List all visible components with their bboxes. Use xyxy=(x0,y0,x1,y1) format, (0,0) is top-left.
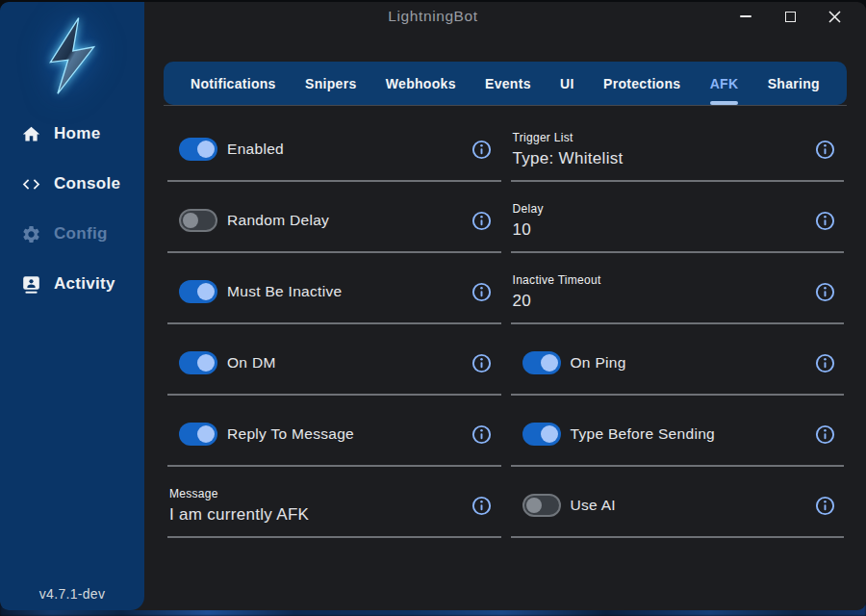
on-dm-toggle[interactable] xyxy=(179,351,217,374)
field-label: Message xyxy=(169,487,309,500)
info-icon xyxy=(471,139,493,161)
info-button[interactable] xyxy=(813,209,836,232)
tab-label: Events xyxy=(485,76,531,91)
info-button[interactable] xyxy=(813,423,836,446)
must-be-inactive-toggle[interactable] xyxy=(179,280,217,303)
setting-row-on-ping: On Ping xyxy=(511,324,845,396)
settings-grid: Enabled Trigger List Type: Whitelist Ran… xyxy=(167,111,844,538)
setting-label: Use AI xyxy=(571,497,616,514)
enabled-toggle[interactable] xyxy=(179,138,217,161)
toggle-knob xyxy=(541,425,558,443)
contact-card-icon xyxy=(21,274,41,295)
minimize-icon xyxy=(740,15,751,17)
message-input[interactable]: I am currently AFK xyxy=(169,505,309,525)
sidebar-item-label: Console xyxy=(54,174,120,193)
setting-label: Reply To Message xyxy=(227,425,354,443)
close-button[interactable] xyxy=(812,2,856,31)
info-icon xyxy=(814,495,836,517)
setting-row-delay: Delay 10 xyxy=(511,182,845,253)
setting-row-reply-to-message: Reply To Message xyxy=(167,396,501,467)
info-button[interactable] xyxy=(813,138,836,161)
tab-label: AFK xyxy=(710,76,739,91)
sidebar-item-label: Home xyxy=(54,124,100,143)
info-button[interactable] xyxy=(813,351,836,374)
tab-label: Snipers xyxy=(305,76,356,91)
sidebar-item-console[interactable]: Console xyxy=(0,159,144,209)
inactive-timeout-input[interactable]: 20 xyxy=(513,292,601,311)
gear-icon xyxy=(21,224,41,244)
use-ai-toggle[interactable] xyxy=(522,494,561,517)
setting-row-message: Message I am currently AFK xyxy=(167,467,501,538)
info-icon xyxy=(471,352,493,374)
delay-input[interactable]: 10 xyxy=(513,220,544,240)
setting-row-inactive-timeout: Inactive Timeout 20 xyxy=(511,253,845,324)
setting-row-enabled: Enabled xyxy=(167,111,501,182)
window-controls xyxy=(724,2,856,31)
setting-label: On Ping xyxy=(571,354,626,372)
setting-row-on-dm: On DM xyxy=(167,324,501,396)
tab-afk[interactable]: AFK xyxy=(706,62,743,105)
sidebar-item-label: Config xyxy=(54,224,108,244)
info-button[interactable] xyxy=(471,351,494,374)
type-before-sending-toggle[interactable] xyxy=(522,423,561,446)
sidebar-item-home[interactable]: Home xyxy=(0,109,144,159)
setting-label: Type Before Sending xyxy=(571,425,715,443)
info-button[interactable] xyxy=(471,494,494,517)
info-icon xyxy=(814,139,836,161)
app-window: LightningBot xyxy=(0,2,866,610)
info-button[interactable] xyxy=(813,494,836,517)
sidebar-item-activity[interactable]: Activity xyxy=(0,259,144,309)
info-icon xyxy=(471,495,493,517)
tab-webhooks[interactable]: Webhooks xyxy=(382,62,460,105)
toggle-knob xyxy=(541,354,558,372)
setting-row-must-be-inactive: Must Be Inactive xyxy=(167,253,501,324)
toggle-knob xyxy=(197,354,215,372)
toggle-knob xyxy=(197,425,215,443)
info-button[interactable] xyxy=(471,209,494,232)
info-icon xyxy=(471,210,493,232)
tab-notifications[interactable]: Notifications xyxy=(187,62,280,105)
maximize-button[interactable] xyxy=(768,2,812,31)
code-icon xyxy=(21,174,41,194)
sidebar: Home Console Config xyxy=(0,2,144,610)
field-label: Trigger List xyxy=(513,131,624,144)
tab-label: Protections xyxy=(603,76,680,91)
toggle-knob xyxy=(197,283,215,300)
random-delay-toggle[interactable] xyxy=(179,209,217,232)
tab-events[interactable]: Events xyxy=(481,62,535,105)
info-icon xyxy=(814,210,836,232)
setting-row-random-delay: Random Delay xyxy=(167,182,501,253)
tab-bar: Notifications Snipers Webhooks Events UI… xyxy=(164,62,847,105)
app-logo xyxy=(0,2,144,102)
setting-row-type-before-sending: Type Before Sending xyxy=(511,396,845,467)
tab-protections[interactable]: Protections xyxy=(599,62,684,105)
info-icon xyxy=(814,424,836,446)
toggle-knob xyxy=(526,498,542,513)
version-label: v4.7.1-dev xyxy=(0,586,144,602)
info-button[interactable] xyxy=(471,138,494,161)
lightning-bolt-icon xyxy=(28,10,116,102)
field-label: Inactive Timeout xyxy=(513,273,601,287)
on-ping-toggle[interactable] xyxy=(522,351,561,374)
setting-row-trigger-list: Trigger List Type: Whitelist xyxy=(511,111,845,182)
info-button[interactable] xyxy=(813,280,836,303)
trigger-list-input[interactable]: Type: Whitelist xyxy=(513,149,624,168)
tab-label: Webhooks xyxy=(386,76,456,91)
setting-label: Random Delay xyxy=(227,212,329,229)
info-icon xyxy=(471,424,493,446)
reply-to-message-toggle[interactable] xyxy=(179,423,217,446)
minimize-button[interactable] xyxy=(724,2,768,31)
sidebar-item-config[interactable]: Config xyxy=(0,209,144,259)
tab-ui[interactable]: UI xyxy=(556,62,578,105)
sidebar-nav: Home Console Config xyxy=(0,109,144,309)
field-label: Delay xyxy=(513,202,544,216)
toggle-knob xyxy=(197,141,215,158)
setting-label: On DM xyxy=(227,354,276,372)
info-button[interactable] xyxy=(471,280,494,303)
setting-row-use-ai: Use AI xyxy=(511,467,845,538)
sidebar-item-label: Activity xyxy=(54,274,115,294)
tab-snipers[interactable]: Snipers xyxy=(301,62,360,105)
tab-label: UI xyxy=(560,76,574,91)
info-button[interactable] xyxy=(471,423,494,446)
tab-sharing[interactable]: Sharing xyxy=(764,62,824,105)
